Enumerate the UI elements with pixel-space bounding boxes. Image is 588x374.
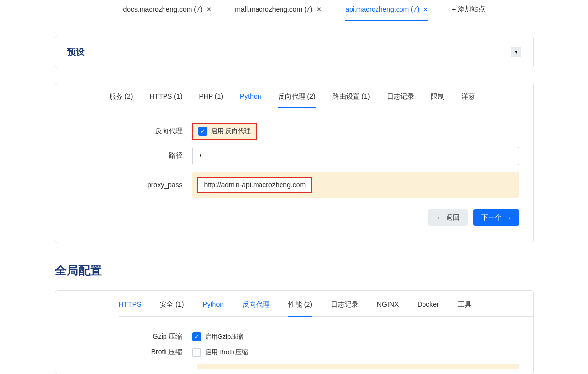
global-tab-reverse-proxy[interactable]: 反向代理 bbox=[242, 300, 270, 316]
global-tab-security[interactable]: 安全 (1) bbox=[160, 300, 184, 316]
global-config-title: 全局配置 bbox=[55, 263, 534, 278]
brotli-label: Brotli 压缩 bbox=[55, 348, 192, 357]
proxy-pass-label: proxy_pass bbox=[55, 181, 192, 189]
tab-onion[interactable]: 洋葱 bbox=[461, 92, 475, 108]
global-tab-logging[interactable]: 日志记录 bbox=[331, 300, 358, 316]
global-tab-docker[interactable]: Docker bbox=[417, 300, 439, 316]
next-button[interactable]: 下一个 → bbox=[473, 209, 519, 226]
back-label: 返回 bbox=[446, 213, 460, 222]
site-tab-mall[interactable]: mall.macrozheng.com (7) ✕ bbox=[235, 5, 322, 13]
tab-logging[interactable]: 日志记录 bbox=[387, 92, 414, 108]
proxy-pass-value: http://admin-api.macrozheng.com bbox=[197, 177, 313, 193]
path-label: 路径 bbox=[55, 151, 192, 160]
add-site-label: 添加站点 bbox=[458, 5, 485, 14]
preset-card: 预设 ▾ bbox=[55, 36, 534, 68]
checkbox-icon: ✓ bbox=[198, 127, 207, 136]
gzip-label: Gzip 压缩 bbox=[55, 332, 192, 341]
tab-routing[interactable]: 路由设置 (1) bbox=[332, 92, 370, 108]
proxy-pass-field[interactable]: http://admin-api.macrozheng.com bbox=[192, 172, 519, 198]
global-card: HTTPS 安全 (1) Python 反向代理 性能 (2) 日志记录 NGI… bbox=[55, 290, 534, 374]
close-icon[interactable]: ✕ bbox=[423, 6, 428, 13]
highlight-bar bbox=[197, 364, 519, 369]
back-button[interactable]: ← 返回 bbox=[428, 209, 468, 226]
close-icon[interactable]: ✕ bbox=[206, 6, 212, 13]
path-input[interactable] bbox=[192, 147, 519, 165]
tab-services[interactable]: 服务 (2) bbox=[109, 92, 133, 108]
tab-reverse-proxy[interactable]: 反向代理 (2) bbox=[278, 92, 316, 108]
close-icon[interactable]: ✕ bbox=[316, 6, 322, 13]
arrow-left-icon: ← bbox=[436, 214, 443, 222]
checkbox-label: 启用 反向代理 bbox=[211, 127, 251, 136]
site-tab-docs[interactable]: docs.macrozheng.com (7) ✕ bbox=[123, 5, 212, 13]
checkbox-label: 启用 Brotli 压缩 bbox=[205, 348, 249, 357]
tab-label: mall.macrozheng.com (7) bbox=[235, 5, 312, 13]
plus-icon: + bbox=[452, 5, 456, 13]
global-tab-https[interactable]: HTTPS bbox=[119, 300, 141, 316]
global-tab-nginx[interactable]: NGINX bbox=[377, 300, 399, 316]
global-tabs: HTTPS 安全 (1) Python 反向代理 性能 (2) 日志记录 NGI… bbox=[119, 291, 533, 317]
add-site-button[interactable]: + 添加站点 bbox=[452, 5, 485, 14]
tab-https[interactable]: HTTPS (1) bbox=[150, 92, 183, 108]
gzip-checkbox[interactable]: ✓ 启用Gzip压缩 bbox=[192, 332, 519, 341]
tab-php[interactable]: PHP (1) bbox=[199, 92, 223, 108]
enable-reverse-proxy-checkbox[interactable]: ✓ 启用 反向代理 bbox=[192, 123, 257, 140]
global-tab-python[interactable]: Python bbox=[202, 300, 224, 316]
brotli-checkbox[interactable]: 启用 Brotli 压缩 bbox=[192, 348, 519, 357]
site-tab-api[interactable]: api.macrozheng.com (7) ✕ bbox=[345, 5, 428, 13]
next-label: 下一个 bbox=[481, 213, 502, 222]
preset-title: 预设 bbox=[67, 46, 85, 58]
reverse-proxy-label: 反向代理 bbox=[55, 127, 192, 136]
checkbox-label: 启用Gzip压缩 bbox=[205, 332, 244, 341]
tab-label: docs.macrozheng.com (7) bbox=[123, 5, 203, 13]
arrow-right-icon: → bbox=[505, 214, 512, 222]
site-tabs: docs.macrozheng.com (7) ✕ mall.macrozhen… bbox=[55, 0, 534, 21]
checkbox-icon bbox=[192, 348, 201, 357]
global-tab-performance[interactable]: 性能 (2) bbox=[288, 300, 312, 316]
tab-label: api.macrozheng.com (7) bbox=[345, 5, 419, 13]
config-card: 服务 (2) HTTPS (1) PHP (1) Python 反向代理 (2)… bbox=[55, 83, 534, 243]
tab-python[interactable]: Python bbox=[240, 92, 261, 108]
tab-limits[interactable]: 限制 bbox=[431, 92, 445, 108]
config-tabs: 服务 (2) HTTPS (1) PHP (1) Python 反向代理 (2)… bbox=[109, 83, 533, 108]
checkbox-icon: ✓ bbox=[192, 332, 201, 341]
chevron-down-icon[interactable]: ▾ bbox=[511, 47, 521, 57]
global-tab-tools[interactable]: 工具 bbox=[458, 300, 471, 316]
